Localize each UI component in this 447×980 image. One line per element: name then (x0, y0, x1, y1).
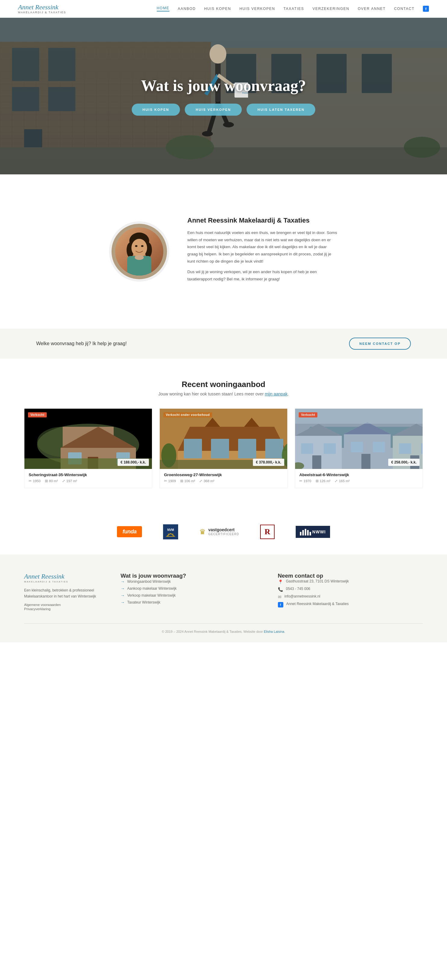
footer: Annet Reessink MAKELAARDIJ & TAXATIES Ee… (0, 554, 447, 643)
nav-link-home[interactable]: HOME (157, 6, 169, 11)
footer-col-nav: Wat is jouw woonvraag? → Woningaanbod Wi… (121, 573, 266, 612)
svg-text:NVM: NVM (167, 528, 174, 531)
svg-rect-76 (399, 443, 411, 454)
email-icon: ✉ (278, 595, 281, 599)
listings-subtitle: Jouw woning kan hier ook tussen staan! L… (24, 391, 423, 396)
listing-meta: ✂ 1950 ⊞ 80 m² ⤢ 197 m² (29, 479, 148, 483)
hero-btn-taxeren[interactable]: HUIS LATEN TAXEREN (247, 103, 315, 116)
listing-card[interactable]: Verkocht € 188.000,- k.k. Scheringstraat… (24, 408, 152, 488)
nav-link-aanbod[interactable]: AANBOD (178, 6, 196, 11)
arrow-icon: → (121, 579, 125, 584)
plot-icon: ⤢ (199, 479, 202, 483)
vastgoedcert-text: vastgoedcert gecertificeerd (208, 527, 239, 536)
arrow-icon: → (121, 586, 125, 591)
footer-col2-title: Wat is jouw woonvraag? (121, 573, 266, 579)
listing-size1: ⊞ 80 m² (45, 479, 58, 483)
logo[interactable]: Annet Reessink MAKELAARDIJ & TAXATIES (18, 3, 66, 14)
listing-meta: ✂ 1909 ⊞ 106 m² ⤢ 368 m² (164, 479, 283, 483)
listing-year: ✂ 1950 (29, 479, 41, 483)
hero-heading: Wat is jouw woonvraag? (132, 77, 316, 95)
vastgoedcert-logo: ♛ vastgoedcert gecertificeerd (199, 527, 239, 536)
funda-logo[interactable]: funda (117, 526, 142, 537)
about-photo-inner (115, 228, 163, 275)
listing-image: Verkocht € 188.000,- k.k. (24, 409, 152, 469)
hero-btn-verkopen[interactable]: HUIS VERKOPEN (185, 103, 242, 116)
nav-link-huis-verkopen[interactable]: HUIS VERKOPEN (239, 6, 275, 11)
size-icon: ⊞ (45, 479, 48, 483)
footer-nav-item: → Taxateur Winterswijk (121, 600, 266, 605)
plot-icon: ⤢ (62, 479, 65, 483)
about-content: Annet Reessink Makelaardij & Taxaties Ee… (73, 192, 374, 310)
footer-link-privacy[interactable]: Privacyverklaring (24, 607, 109, 611)
nav-link-huis-kopen[interactable]: HUIS KOPEN (204, 6, 231, 11)
arrow-icon: → (121, 600, 125, 605)
bar3 (305, 529, 306, 536)
footer-contact-item: f Annet Reessink Makelaardij & Taxaties (278, 602, 423, 608)
listings-subtitle-link[interactable]: mijn aanpak (265, 391, 287, 396)
nav-links: HOME AANBOD HUIS KOPEN HUIS VERKOPEN TAX… (157, 6, 429, 12)
listing-badge: Verkocht (299, 412, 318, 417)
contact-bar-button[interactable]: NEEM CONTACT OP (349, 337, 411, 350)
listing-image: Verkocht € 258.000,- k.k. (295, 409, 423, 469)
year-icon: ✂ (29, 479, 32, 483)
listing-info: Scheringstraat-35-Winterswijk ✂ 1950 ⊞ 8… (24, 469, 152, 488)
nav-link-over-annet[interactable]: OVER ANNET (358, 6, 386, 11)
nvm-logo-svg: NVM (164, 525, 177, 539)
footer-bottom: © 2019 – 2024 Annet Reessink Makelaardij… (24, 624, 423, 633)
listing-year: ✂ 1970 (299, 479, 311, 483)
svg-point-24 (223, 122, 234, 127)
footer-designer-link[interactable]: Elisha Laisina (264, 630, 284, 633)
hero-content: Wat is jouw woonvraag? HUIS KOPEN HUIS V… (132, 77, 316, 116)
listing-card[interactable]: Verkocht onder voorbehoud € 378.000,- k.… (160, 408, 287, 488)
contact-bar-text: Welke woonvraag heb jij? Ik help je graa… (36, 341, 126, 346)
nav-link-verzekeringen[interactable]: VERZEKERINGEN (313, 6, 350, 11)
about-para2: Dus wil jij je woning verkopen, wil je e… (187, 268, 338, 283)
logo-name: Annet Reessink (18, 3, 66, 11)
listings-section: Recent woningaanbod Jouw woning kan hier… (0, 359, 447, 509)
size-icon: ⊞ (180, 479, 183, 483)
crown-icon: ♛ (199, 528, 206, 536)
footer-contact-item: ✉ info@annetreessink.nl (278, 594, 423, 599)
hero-section: Annet Reessink Wat is jouw woonvraag? HU… (0, 18, 447, 174)
listing-size2: ⤢ 197 m² (62, 479, 77, 483)
hero-buttons: HUIS KOPEN HUIS VERKOPEN HUIS LATEN TAXE… (132, 103, 316, 116)
listing-card[interactable]: Verkocht € 258.000,- k.k. Abeelstraat-6-… (295, 408, 423, 488)
footer-nav-link[interactable]: Taxateur Winterswijk (127, 600, 160, 605)
listings-subtitle-start: Jouw woning kan hier ook tussen staan! L… (158, 391, 265, 396)
hero-btn-kopen[interactable]: HUIS KOPEN (132, 103, 180, 116)
nav-link-taxaties[interactable]: TAXATIES (284, 6, 304, 11)
footer-email: info@annetreessink.nl (284, 594, 321, 598)
footer-col3-title: Neem contact op (278, 573, 423, 579)
listing-title: Abeelstraat-6-Winterswijk (299, 473, 418, 477)
listing-size2: ⤢ 368 m² (199, 479, 214, 483)
footer-links: Algemene voorwaarden Privacyverklaring (24, 603, 109, 611)
r-logo: R (260, 525, 275, 539)
year-icon: ✂ (164, 479, 167, 483)
footer-nav-link[interactable]: Aankoop makelaar Winterswijk (127, 586, 177, 590)
svg-rect-78 (312, 455, 321, 469)
navigation: Annet Reessink MAKELAARDIJ & TAXATIES HO… (0, 0, 447, 18)
footer-nav-link[interactable]: Verkoop makelaar Winterswijk (127, 593, 176, 598)
svg-rect-72 (301, 443, 313, 454)
footer-nav-item: → Verkoop makelaar Winterswijk (121, 593, 266, 598)
facebook-icon[interactable]: f (423, 6, 429, 12)
footer-desc: Een kleinschalig, betrokken & profession… (24, 587, 109, 600)
listing-size1: ⊞ 126 m² (316, 479, 330, 483)
footer-link-voorwaarden[interactable]: Algemene voorwaarden (24, 603, 109, 606)
bar5 (310, 532, 311, 536)
svg-rect-56 (184, 439, 202, 458)
facebook-footer-icon: f (278, 602, 283, 608)
footer-nav-link[interactable]: Woningaanbod Winterswijk (127, 579, 171, 584)
nav-link-contact[interactable]: CONTACT (394, 6, 415, 11)
about-title: Annet Reessink Makelaardij & Taxaties (187, 216, 338, 224)
nwwi-logo: NWWI (296, 526, 330, 538)
footer-nav-item: → Woningaanbod Winterswijk (121, 579, 266, 584)
svg-rect-73 (324, 443, 336, 454)
footer-nav-item: → Aankoop makelaar Winterswijk (121, 586, 266, 591)
listing-price: € 378.000,- k.k. (253, 459, 284, 466)
about-text: Annet Reessink Makelaardij & Taxaties Ee… (187, 216, 338, 286)
location-icon: 📍 (278, 579, 283, 584)
footer-col-contact: Neem contact op 📍 Gasthusstraat 23, 7101… (278, 573, 423, 612)
logo-sub: MAKELAARDIJ & TAXATIES (18, 11, 66, 14)
footer-logo-name: Annet Reessink (24, 573, 109, 580)
